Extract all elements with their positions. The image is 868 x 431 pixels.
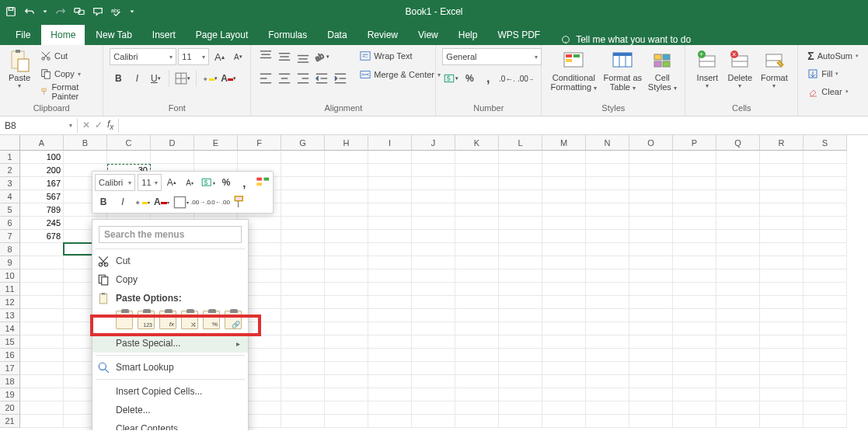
- context-paste-special[interactable]: Paste Special...▸: [92, 334, 248, 353]
- context-menu-search-input[interactable]: [99, 226, 242, 243]
- cell-Q13[interactable]: [716, 309, 760, 322]
- cell-L19[interactable]: [499, 388, 542, 401]
- cell-R12[interactable]: [760, 296, 804, 309]
- cell-B1[interactable]: [64, 151, 107, 164]
- cell-I1[interactable]: [368, 151, 412, 164]
- cell-O6[interactable]: [629, 217, 673, 230]
- cell-M19[interactable]: [542, 388, 586, 401]
- cell-O15[interactable]: [629, 335, 673, 349]
- cell-O18[interactable]: [629, 375, 673, 388]
- cell-K4[interactable]: [455, 190, 499, 203]
- cell-Q10[interactable]: [716, 269, 760, 283]
- cell-K10[interactable]: [455, 269, 499, 283]
- cell-H20[interactable]: [325, 401, 368, 415]
- format-cells-button[interactable]: Format▾: [757, 48, 791, 89]
- cell-O17[interactable]: [629, 362, 673, 375]
- cell-O10[interactable]: [629, 269, 673, 283]
- cell-K18[interactable]: [455, 375, 499, 388]
- cell-P2[interactable]: [673, 164, 716, 177]
- cell-E1[interactable]: [194, 151, 238, 164]
- indent-decrease-icon[interactable]: [313, 70, 330, 87]
- bold-button[interactable]: B: [110, 70, 127, 87]
- tab-data[interactable]: Data: [318, 25, 356, 45]
- cell-H9[interactable]: [325, 256, 368, 269]
- indent-increase-icon[interactable]: [332, 70, 349, 87]
- align-top-icon[interactable]: [257, 48, 274, 65]
- cell-A14[interactable]: [20, 322, 64, 335]
- row-header-13[interactable]: 13: [0, 309, 20, 322]
- row-header-9[interactable]: 9: [0, 256, 20, 269]
- cell-G7[interactable]: [281, 230, 325, 243]
- cell-G10[interactable]: [281, 269, 325, 283]
- column-header-Q[interactable]: Q: [716, 135, 760, 151]
- cell-H16[interactable]: [325, 349, 368, 362]
- cell-Q1[interactable]: [716, 151, 760, 164]
- cell-O13[interactable]: [629, 309, 673, 322]
- cell-I11[interactable]: [368, 283, 412, 296]
- cell-N13[interactable]: [586, 309, 629, 322]
- cell-K15[interactable]: [455, 335, 499, 349]
- autosum-button[interactable]: ΣAutoSum ▾: [804, 48, 862, 64]
- cell-N6[interactable]: [586, 217, 629, 230]
- insert-cells-button[interactable]: + Insert▾: [692, 48, 723, 89]
- column-header-I[interactable]: I: [368, 135, 412, 151]
- cell-L13[interactable]: [499, 309, 542, 322]
- font-color-button[interactable]: A▾: [220, 70, 237, 87]
- mini-fillcolor-icon[interactable]: ▾: [134, 193, 151, 210]
- cell-N3[interactable]: [586, 177, 629, 190]
- cell-R13[interactable]: [760, 309, 804, 322]
- row-header-10[interactable]: 10: [0, 269, 20, 283]
- mini-formatpainter-icon[interactable]: [231, 193, 248, 210]
- cell-I14[interactable]: [368, 322, 412, 335]
- cell-A4[interactable]: 567: [20, 190, 64, 203]
- cell-P19[interactable]: [673, 388, 716, 401]
- column-header-C[interactable]: C: [107, 135, 151, 151]
- cell-R18[interactable]: [760, 375, 804, 388]
- cell-I17[interactable]: [368, 362, 412, 375]
- cell-N7[interactable]: [586, 230, 629, 243]
- cell-L2[interactable]: [499, 164, 542, 177]
- cell-P13[interactable]: [673, 309, 716, 322]
- cell-S21[interactable]: [804, 415, 847, 428]
- cell-G15[interactable]: [281, 335, 325, 349]
- mini-accounting-icon[interactable]: $▾: [200, 174, 215, 191]
- cell-L12[interactable]: [499, 296, 542, 309]
- formula-input[interactable]: [119, 124, 868, 127]
- cell-L14[interactable]: [499, 322, 542, 335]
- cell-L20[interactable]: [499, 401, 542, 415]
- cell-K16[interactable]: [455, 349, 499, 362]
- cell-J13[interactable]: [412, 309, 455, 322]
- cell-L16[interactable]: [499, 349, 542, 362]
- fx-icon[interactable]: fx: [107, 119, 113, 131]
- row-header-21[interactable]: 21: [0, 415, 20, 428]
- cell-S17[interactable]: [804, 362, 847, 375]
- cell-L9[interactable]: [499, 256, 542, 269]
- cell-J14[interactable]: [412, 322, 455, 335]
- cell-R3[interactable]: [760, 177, 804, 190]
- cell-N21[interactable]: [586, 415, 629, 428]
- conditional-formatting-button[interactable]: Conditional Formatting ▾: [548, 48, 599, 92]
- cell-L10[interactable]: [499, 269, 542, 283]
- cell-P20[interactable]: [673, 401, 716, 415]
- cell-H5[interactable]: [325, 203, 368, 217]
- cell-I2[interactable]: [368, 164, 412, 177]
- cell-K1[interactable]: [455, 151, 499, 164]
- cell-L7[interactable]: [499, 230, 542, 243]
- underline-button[interactable]: U▾: [147, 70, 164, 87]
- tab-pagelayout[interactable]: Page Layout: [186, 25, 257, 45]
- cell-M4[interactable]: [542, 190, 586, 203]
- context-copy[interactable]: Copy: [92, 270, 248, 289]
- cell-M14[interactable]: [542, 322, 586, 335]
- cell-J9[interactable]: [412, 256, 455, 269]
- paste-option-formulas[interactable]: fx: [159, 311, 176, 329]
- cell-I3[interactable]: [368, 177, 412, 190]
- row-header-18[interactable]: 18: [0, 375, 20, 388]
- cell-N16[interactable]: [586, 349, 629, 362]
- cell-J12[interactable]: [412, 296, 455, 309]
- cell-styles-button[interactable]: Cell Styles ▾: [646, 48, 678, 92]
- cell-O2[interactable]: [629, 164, 673, 177]
- cell-G18[interactable]: [281, 375, 325, 388]
- cut-button[interactable]: Cut: [37, 48, 96, 64]
- font-size-dropdown[interactable]: 11▾: [178, 48, 209, 65]
- cell-I9[interactable]: [368, 256, 412, 269]
